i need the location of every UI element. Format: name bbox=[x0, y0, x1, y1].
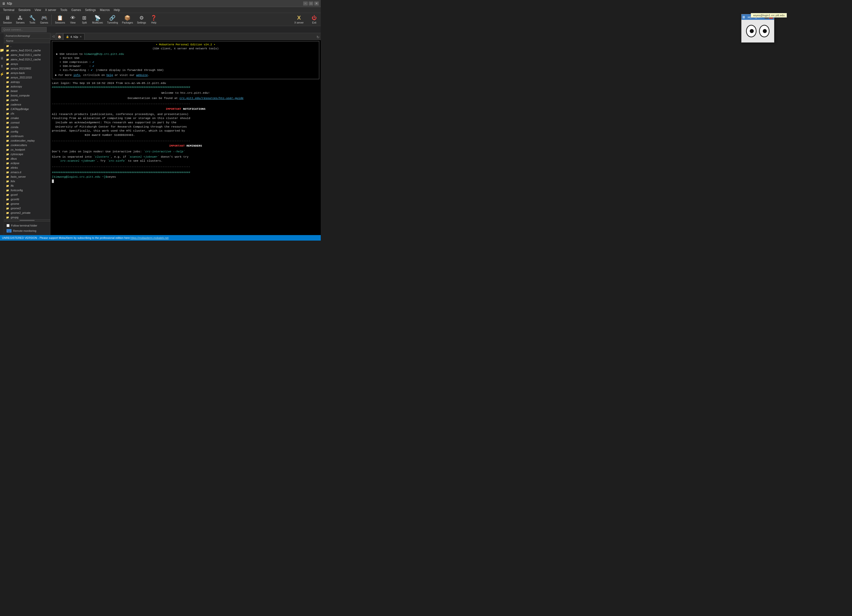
file-browser-icon[interactable]: 📁 bbox=[0, 48, 4, 52]
sftp-icon[interactable]: ⬆ bbox=[0, 64, 3, 68]
list-item[interactable]: 📁.fastx_server bbox=[4, 174, 50, 179]
important-label-2: IMPORTANT bbox=[169, 144, 185, 147]
tab-close-button[interactable]: ✕ bbox=[80, 35, 82, 38]
docs-link[interactable]: crc.pitt.edu/resources/htc-user-guide bbox=[180, 97, 243, 100]
toolbar-session[interactable]: 🖥 Session bbox=[2, 14, 14, 24]
list-item[interactable]: 📁.aienv_fea2.018.1_cache bbox=[4, 53, 50, 57]
maximize-button[interactable]: □ bbox=[309, 2, 313, 6]
list-item[interactable]: 📁.conda bbox=[4, 125, 50, 129]
menu-games[interactable]: Games bbox=[69, 8, 83, 12]
list-item[interactable]: 📁.ansys-20210902 bbox=[4, 66, 50, 71]
reminders-label: REMINDERS bbox=[186, 144, 202, 147]
home-tab[interactable]: 🏠 bbox=[56, 33, 63, 40]
menu-terminal[interactable]: Terminal bbox=[1, 8, 16, 12]
sessions-sidebar-icon[interactable]: 🖥 bbox=[0, 56, 4, 60]
list-item[interactable]: 📁.emacs.d bbox=[4, 170, 50, 174]
status-link[interactable]: https://mobaxterm.mobatek.net bbox=[131, 236, 169, 239]
tab-nav-left[interactable]: ◁ bbox=[50, 33, 56, 40]
list-item[interactable]: 📁.ansys_20211010 bbox=[4, 75, 50, 80]
title-bar-controls: − □ ✕ bbox=[303, 2, 319, 6]
toolbar-xserver[interactable]: X X server bbox=[293, 14, 305, 24]
toolbar-multiexec-label: MultiExec bbox=[92, 21, 103, 24]
menu-xserver[interactable]: X server bbox=[43, 8, 58, 12]
list-item[interactable]: 📁.continuum bbox=[4, 134, 50, 138]
list-item[interactable]: 📁.comsol bbox=[4, 120, 50, 125]
tab-h2p[interactable]: 🔒 4. h2p ✕ bbox=[63, 33, 85, 40]
list-item[interactable]: 📁.cadence bbox=[4, 102, 50, 107]
menu-macros[interactable]: Macros bbox=[98, 8, 112, 12]
view-icon: 👁 bbox=[70, 15, 76, 21]
tab-refresh-button[interactable]: ↻ bbox=[315, 34, 321, 40]
toolbar-multiexec[interactable]: 📡 MultiExec bbox=[91, 14, 104, 24]
welcome-section: Welcome to htc.crc.pitt.edu! Documentati… bbox=[52, 91, 319, 100]
list-item[interactable]: 📁.boost_compute bbox=[4, 93, 50, 98]
list-item[interactable]: 📁.ansys-back bbox=[4, 71, 50, 75]
list-item[interactable]: 📁.aienv_fea2.014.0_cache bbox=[4, 48, 50, 53]
docs-line: Documentation can be found at crc.pitt.e… bbox=[52, 96, 319, 101]
list-item[interactable]: 📁.eclipse bbox=[4, 161, 50, 165]
remote-monitoring-row[interactable]: Remote monitoring bbox=[5, 228, 49, 234]
toolbar-view[interactable]: 👁 View bbox=[68, 14, 78, 24]
menu-sessions[interactable]: Sessions bbox=[16, 8, 33, 12]
list-item[interactable]: 📁.cookiecutters bbox=[4, 143, 50, 147]
list-item[interactable]: 📁.cx_hostport bbox=[4, 147, 50, 152]
close-button[interactable]: ✕ bbox=[314, 2, 319, 6]
list-item[interactable]: 📁.cookiecutter_replay bbox=[4, 138, 50, 143]
list-item[interactable]: 📁.beast bbox=[4, 89, 50, 93]
list-item[interactable]: 📁.CATAppBridge bbox=[4, 107, 50, 111]
servers-icon: 🖧 bbox=[17, 15, 23, 21]
sidebar-path: /home/crc/kimwong/ bbox=[6, 34, 30, 37]
list-item[interactable]: 📁.aienv_fea2.019.2_cache bbox=[4, 57, 50, 62]
quick-connect-input[interactable] bbox=[2, 27, 47, 32]
macro-sidebar-icon[interactable]: ⚡ bbox=[0, 72, 4, 76]
list-item[interactable]: 📁.config bbox=[4, 129, 50, 134]
list-item[interactable]: 📁.felx bbox=[4, 179, 50, 183]
website-link[interactable]: website bbox=[136, 74, 148, 77]
toolbar-tunneling[interactable]: 🔗 Tunneling bbox=[106, 14, 119, 24]
list-item[interactable]: 📁.fontconfig bbox=[4, 188, 50, 192]
toolbar-games-label: Games bbox=[40, 21, 48, 24]
list-item[interactable]: 📁.dbus bbox=[4, 156, 50, 161]
list-item[interactable]: 📁.cytoscape bbox=[4, 152, 50, 156]
help-link[interactable]: help bbox=[107, 74, 113, 77]
toolbar-split[interactable]: ⊞ Split bbox=[79, 14, 90, 24]
toolbar-packages[interactable]: 📦 Packages bbox=[121, 14, 134, 24]
list-item[interactable]: 📁.ansys bbox=[4, 62, 50, 66]
help-icon: ❓ bbox=[151, 15, 157, 21]
folder-icon: 📁 bbox=[6, 126, 9, 128]
list-item[interactable]: 📁.gnupg bbox=[4, 215, 50, 219]
info-link[interactable]: info bbox=[73, 74, 80, 77]
list-item[interactable]: 📁.ftk bbox=[4, 183, 50, 188]
menu-help[interactable]: Help bbox=[112, 8, 122, 12]
sidebar: /home/crc/kimwong/ Name 📁 .. 📁.aienv_fea… bbox=[4, 33, 50, 235]
toolbar-help[interactable]: ❓ Help bbox=[149, 14, 159, 24]
toolbar-servers[interactable]: 🖧 Servers bbox=[15, 14, 26, 24]
follow-terminal-folder-row[interactable]: Follow terminal folder bbox=[5, 223, 49, 228]
list-item[interactable]: 📁.gnome bbox=[4, 201, 50, 206]
list-item[interactable]: 📁.gnome2 bbox=[4, 206, 50, 210]
list-item[interactable]: 📁.gconfd bbox=[4, 197, 50, 201]
direct-ssh-line: • Direct SSH bbox=[56, 56, 316, 60]
follow-terminal-folder-checkbox[interactable] bbox=[6, 224, 9, 227]
toolbar-games[interactable]: 🎮 Games bbox=[39, 14, 50, 24]
list-item[interactable]: 📁.cfx bbox=[4, 111, 50, 116]
toolbar-exit[interactable]: ⏻ Exit bbox=[309, 14, 319, 24]
list-item[interactable]: 📁.gnome2_private bbox=[4, 210, 50, 215]
minimize-button[interactable]: − bbox=[303, 2, 308, 6]
menu-view[interactable]: View bbox=[33, 8, 43, 12]
more-info-line: ► For more info, ctrl+click on help or v… bbox=[55, 73, 316, 77]
list-item[interactable]: 📁.cmake bbox=[4, 116, 50, 120]
list-item[interactable]: 📁.astropy bbox=[4, 80, 50, 84]
toolbar-tools[interactable]: 🔧 Tools bbox=[27, 14, 38, 24]
terminal-content[interactable]: • MobaXterm Personal Edition v24.2 • (SS… bbox=[50, 40, 321, 235]
list-item[interactable]: 📁.cache bbox=[4, 98, 50, 102]
list-item[interactable]: 📁.autocopy bbox=[4, 84, 50, 89]
list-item[interactable]: 📁.gconf bbox=[4, 192, 50, 197]
toolbar-sessions[interactable]: 📋 Sessions bbox=[53, 14, 66, 24]
list-item[interactable]: 📁.elinks bbox=[4, 165, 50, 170]
tree-item-parent[interactable]: 📁 .. bbox=[4, 44, 50, 48]
tab-icon: 🔒 bbox=[66, 35, 69, 38]
menu-tools[interactable]: Tools bbox=[58, 8, 69, 12]
toolbar-settings[interactable]: ⚙ Settings bbox=[136, 14, 148, 24]
menu-settings[interactable]: Settings bbox=[83, 8, 98, 12]
